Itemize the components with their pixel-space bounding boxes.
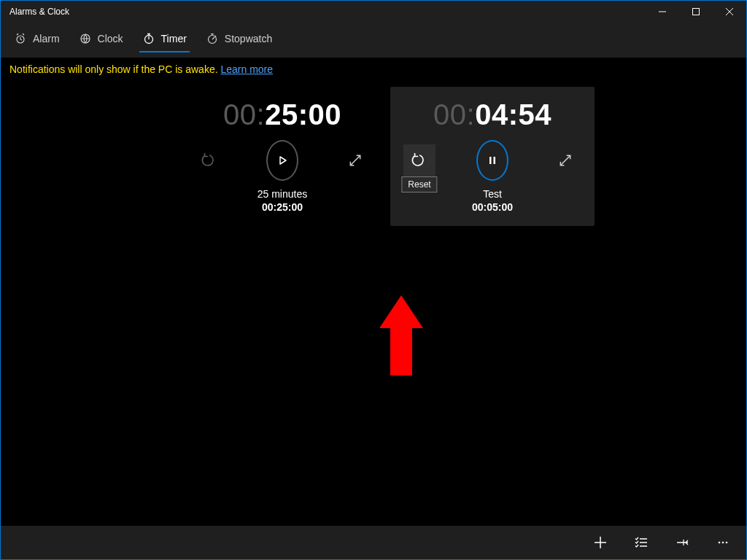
- add-timer-button[interactable]: [583, 526, 618, 559]
- expand-button[interactable]: [339, 144, 371, 176]
- timer-list: 00:25:00: [1, 82, 746, 526]
- svg-point-9: [726, 542, 728, 544]
- stopwatch-icon: [206, 32, 219, 45]
- timer-duration: 00:25:00: [186, 201, 379, 213]
- notification-link[interactable]: Learn more: [220, 63, 273, 75]
- tab-timer[interactable]: Timer: [138, 28, 191, 52]
- titlebar: Alarms & Clock: [1, 1, 746, 23]
- timer-minsec: 25:00: [265, 98, 341, 131]
- minimize-icon: [659, 8, 666, 15]
- timer-icon: [142, 32, 155, 45]
- annotation-arrow: [379, 295, 423, 376]
- maximize-button[interactable]: [679, 1, 713, 23]
- tab-clock[interactable]: Clock: [74, 28, 128, 52]
- tab-stopwatch-label: Stopwatch: [225, 33, 272, 44]
- reset-button[interactable]: Reset: [403, 144, 436, 176]
- svg-point-8: [722, 542, 724, 544]
- timer-hours-dim: 00:: [223, 98, 265, 131]
- close-button[interactable]: [713, 1, 746, 23]
- timer-time-display: 00:04:54: [396, 98, 589, 131]
- notification-bar: Notifications will only show if the PC i…: [1, 58, 746, 82]
- command-bar: [1, 526, 746, 559]
- timer-card[interactable]: 00:25:00: [180, 87, 384, 226]
- reset-icon: [411, 152, 427, 168]
- tab-alarm[interactable]: Alarm: [9, 28, 64, 52]
- timer-minsec: 04:54: [475, 98, 551, 131]
- pin-icon: [676, 536, 689, 549]
- play-button[interactable]: [266, 144, 298, 176]
- window-title: Alarms & Clock: [1, 7, 69, 17]
- pause-icon: [487, 155, 498, 166]
- reset-icon: [201, 152, 217, 168]
- pin-button[interactable]: [665, 526, 700, 559]
- tab-clock-label: Clock: [98, 33, 123, 44]
- reset-tooltip: Reset: [401, 176, 437, 192]
- svg-rect-5: [489, 157, 492, 164]
- tab-alarm-label: Alarm: [33, 33, 60, 44]
- more-icon: [716, 536, 729, 549]
- svg-rect-6: [494, 157, 496, 164]
- svg-point-7: [719, 542, 721, 544]
- timer-card[interactable]: 00:04:54 Reset: [390, 87, 595, 226]
- clock-icon: [79, 32, 92, 45]
- play-icon: [276, 155, 288, 166]
- expand-icon: [558, 153, 573, 168]
- expand-button[interactable]: [549, 144, 581, 176]
- tab-timer-label: Timer: [161, 33, 187, 44]
- notification-text: Notifications will only show if the PC i…: [9, 63, 220, 75]
- tab-stopwatch[interactable]: Stopwatch: [201, 28, 276, 52]
- timer-time-display: 00:25:00: [186, 98, 379, 131]
- select-timers-button[interactable]: [624, 526, 659, 559]
- expand-icon: [348, 153, 363, 168]
- checklist-icon: [635, 536, 648, 549]
- maximize-icon: [692, 8, 700, 15]
- timer-duration: 00:05:00: [396, 201, 589, 213]
- plus-icon: [594, 536, 607, 549]
- timer-name: 25 minutes: [186, 188, 379, 200]
- timer-hours-dim: 00:: [433, 98, 475, 131]
- more-button[interactable]: [705, 526, 740, 559]
- alarm-icon: [14, 32, 27, 45]
- svg-rect-0: [693, 9, 700, 15]
- reset-button[interactable]: [193, 144, 225, 176]
- minimize-button[interactable]: [646, 1, 679, 23]
- pause-button[interactable]: [476, 144, 508, 176]
- tab-bar: Alarm Clock Timer Stopw: [1, 23, 746, 58]
- close-icon: [726, 8, 733, 15]
